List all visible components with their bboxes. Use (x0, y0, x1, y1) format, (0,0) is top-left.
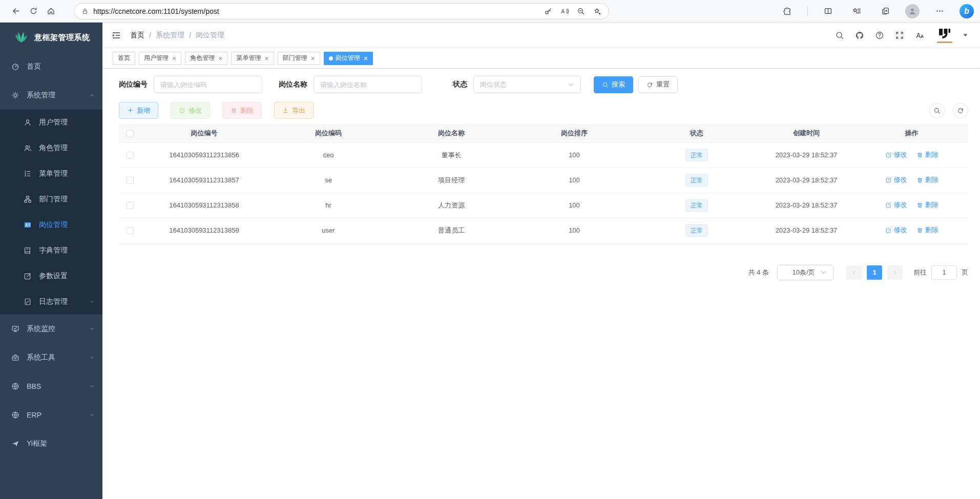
status-select[interactable]: 岗位状态 (473, 76, 581, 93)
cell-post-id: 1641030593112313859 (141, 218, 267, 243)
bing-chat-button[interactable]: b (960, 4, 974, 18)
sidebar-item-system-tools[interactable]: 系统工具 (0, 343, 102, 372)
sidebar-item-log-management[interactable]: 日志管理 (0, 289, 102, 315)
sidebar-item-home[interactable]: 首页 (0, 52, 102, 81)
read-aloud-button[interactable]: A (557, 4, 572, 18)
sidebar-item-yi-framework[interactable]: Yi框架 (0, 429, 102, 458)
tab-user-management[interactable]: 用户管理× (139, 52, 181, 65)
row-checkbox[interactable] (127, 152, 134, 159)
row-delete-link[interactable]: 删除 (916, 225, 939, 235)
tab-close-icon[interactable]: × (364, 55, 368, 62)
tab-post-management[interactable]: 岗位管理× (324, 52, 373, 65)
app-logo: 意框架管理系统 (0, 23, 102, 52)
sidebar-item-label: 首页 (27, 62, 95, 71)
table-row: 1641030593112313857se项目经理100正常2023-03-29… (119, 168, 968, 193)
sidebar-fold-button[interactable] (111, 30, 122, 41)
breadcrumb-separator: / (149, 31, 151, 39)
row-delete-link[interactable]: 删除 (916, 175, 939, 184)
reset-button[interactable]: 重置 (638, 76, 678, 93)
main-area: 首页/系统管理/岗位管理 首页用户管理×角色管理×菜单管理×部门管理×岗位管理× (102, 23, 980, 499)
prev-page-button[interactable] (846, 265, 862, 280)
search-button[interactable]: 搜索 (594, 76, 633, 93)
show-search-toggle-button[interactable] (929, 103, 945, 118)
sidebar-item-menu-management[interactable]: 菜单管理 (0, 161, 102, 186)
add-favorite-button[interactable] (590, 4, 604, 18)
modify-button[interactable]: 修改 (171, 102, 210, 119)
sidebar-item-label: BBS (27, 382, 82, 390)
sidebar-item-erp[interactable]: ERP (0, 401, 102, 429)
post-code-input[interactable] (154, 76, 262, 93)
cell-status: 正常 (636, 218, 758, 243)
search-icon (835, 31, 844, 40)
fullscreen-button[interactable] (894, 30, 905, 41)
browser-address-bar[interactable]: https://ccnetcore.com:1101/system/post A (74, 3, 609, 19)
browser-menu-button[interactable] (931, 3, 948, 20)
goto-page-input[interactable] (931, 265, 957, 280)
sidebar-item-system-management[interactable]: 系统管理 (0, 81, 102, 110)
row-delete-link[interactable]: 删除 (916, 150, 939, 159)
header-search-button[interactable] (834, 30, 845, 41)
puzzle-icon (783, 7, 792, 15)
tab-label: 部门管理 (283, 54, 307, 63)
refresh-table-button[interactable] (953, 103, 968, 118)
tab-menu-management[interactable]: 菜单管理× (231, 52, 274, 65)
sidebar-item-bbs[interactable]: BBS (0, 372, 102, 401)
log-icon (24, 298, 32, 306)
favorites-button[interactable] (848, 3, 865, 20)
browser-profile-avatar[interactable] (905, 4, 920, 18)
next-page-button[interactable] (887, 265, 903, 280)
tab-close-icon[interactable]: × (172, 55, 176, 62)
page-unit-label: 页 (962, 268, 968, 277)
breadcrumb-item[interactable]: 首页 (130, 31, 144, 40)
row-checkbox[interactable] (127, 227, 134, 234)
row-checkbox[interactable] (127, 177, 134, 184)
sidebar-item-dept-management[interactable]: 部门管理 (0, 186, 102, 212)
row-edit-link[interactable]: 修改 (885, 225, 907, 235)
row-delete-link[interactable]: 删除 (916, 200, 939, 210)
sidebar-item-user-management[interactable]: 用户管理 (0, 110, 102, 135)
sidebar-item-post-management[interactable]: 岗位管理 (0, 212, 102, 238)
row-checkbox[interactable] (127, 202, 134, 209)
help-button[interactable] (874, 30, 885, 41)
breadcrumb: 首页/系统管理/岗位管理 (130, 31, 224, 40)
font-size-button[interactable] (914, 30, 925, 41)
sidebar-item-param-settings[interactable]: 参数设置 (0, 263, 102, 289)
row-edit-label: 修改 (894, 200, 907, 210)
reset-button-label: 重置 (656, 80, 670, 89)
browser-home-button[interactable] (42, 3, 59, 20)
row-edit-link[interactable]: 修改 (885, 150, 907, 159)
add-button[interactable]: 新增 (119, 102, 158, 119)
caret-down-icon[interactable] (961, 31, 970, 39)
chevron-down-icon (89, 355, 95, 361)
split-screen-button[interactable] (819, 3, 837, 20)
zoom-out-button[interactable] (574, 4, 588, 18)
browser-back-button[interactable] (7, 3, 25, 20)
page-size-select[interactable]: 10条/页 (777, 265, 833, 280)
submenu-system-management: 用户管理角色管理菜单管理部门管理岗位管理字典管理参数设置日志管理 (0, 110, 102, 315)
sidebar-item-role-management[interactable]: 角色管理 (0, 135, 102, 161)
tab-dept-management[interactable]: 部门管理× (278, 52, 320, 65)
toolbar-right (929, 103, 968, 118)
sidebar-item-system-monitor[interactable]: 系统监控 (0, 315, 102, 343)
page-number-1[interactable]: 1 (867, 265, 882, 280)
post-name-input[interactable] (314, 76, 422, 93)
row-edit-link[interactable]: 修改 (885, 200, 907, 210)
collections-button[interactable] (877, 3, 894, 20)
select-all-checkbox[interactable] (127, 130, 134, 137)
tab-home[interactable]: 首页 (113, 52, 135, 65)
tab-close-icon[interactable]: × (264, 55, 268, 62)
back-icon (12, 7, 20, 15)
sidebar-item-dict-management[interactable]: 字典管理 (0, 238, 102, 263)
browser-reload-button[interactable] (25, 3, 42, 20)
row-edit-link[interactable]: 修改 (885, 175, 907, 184)
export-button[interactable]: 导出 (274, 102, 314, 119)
tab-close-icon[interactable]: × (218, 55, 222, 62)
password-button[interactable] (541, 4, 555, 18)
extensions-button[interactable] (779, 3, 796, 20)
user-avatar[interactable] (937, 28, 952, 43)
tab-role-management[interactable]: 角色管理× (185, 52, 227, 65)
github-button[interactable] (854, 30, 865, 41)
cell-post-name: 人力资源 (390, 193, 513, 218)
tab-close-icon[interactable]: × (311, 55, 315, 62)
delete-button[interactable]: 删除 (222, 102, 262, 119)
